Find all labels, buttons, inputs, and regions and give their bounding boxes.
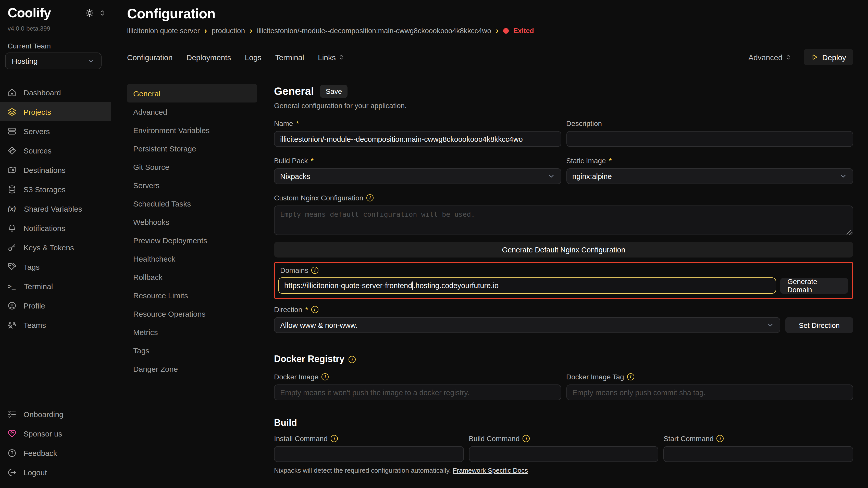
config-menu-git-source[interactable]: Git Source: [127, 158, 257, 176]
database-icon: [8, 185, 16, 194]
advanced-toggle[interactable]: Advanced: [748, 53, 792, 61]
config-menu-persistent-storage[interactable]: Persistent Storage: [127, 139, 257, 158]
custom-nginx-label: Custom Nginx Configurationi: [274, 194, 853, 202]
key-icon: [8, 243, 16, 252]
breadcrumb: illicitonion quote server › production ›…: [127, 27, 853, 35]
tab-links[interactable]: Links: [318, 53, 344, 61]
chevron-right-icon: ›: [205, 27, 207, 35]
tab-logs[interactable]: Logs: [245, 53, 261, 61]
sidebar-item-onboarding[interactable]: Onboarding: [0, 404, 111, 424]
info-icon: i: [366, 194, 374, 201]
sidebar-item-teams[interactable]: Teams: [0, 315, 111, 334]
config-menu-general[interactable]: General: [127, 84, 257, 102]
chevron-down-icon: [547, 172, 555, 180]
domains-highlight-box: Domainsi https://illicitonion-quote-serv…: [274, 262, 853, 299]
config-menu-metrics[interactable]: Metrics: [127, 323, 257, 341]
config-menu-resource-operations[interactable]: Resource Operations: [127, 304, 257, 323]
text-caret: [412, 281, 413, 290]
generate-domain-button[interactable]: Generate Domain: [780, 278, 848, 293]
sidebar-item-servers[interactable]: Servers: [0, 121, 111, 141]
config-menu-advanced[interactable]: Advanced: [127, 102, 257, 121]
build-command-input[interactable]: [469, 446, 658, 462]
custom-nginx-textarea[interactable]: [274, 205, 853, 235]
help-circle-icon: [8, 449, 16, 457]
sidebar-item-terminal[interactable]: >_ Terminal: [0, 276, 111, 296]
name-input[interactable]: [274, 131, 561, 147]
docker-image-tag-input[interactable]: [566, 385, 853, 400]
sidebar-item-sources[interactable]: Sources: [0, 141, 111, 160]
sidebar-item-shared-variables[interactable]: (x) Shared Variables: [0, 199, 111, 218]
breadcrumb-environment[interactable]: production: [212, 27, 245, 35]
domains-label: Domainsi: [280, 266, 848, 274]
save-button[interactable]: Save: [320, 85, 347, 98]
tab-configuration[interactable]: Configuration: [127, 53, 173, 61]
docker-image-input[interactable]: [274, 385, 561, 400]
info-icon: i: [717, 435, 724, 442]
tags-icon: [8, 262, 16, 271]
docker-image-tag-label: Docker Image Tagi: [566, 373, 853, 381]
static-image-label: Static Image*: [566, 157, 853, 165]
sidebar-item-logout[interactable]: Logout: [0, 462, 111, 482]
home-icon: [8, 88, 16, 97]
info-icon: i: [312, 267, 319, 274]
theme-select-chevrons-icon[interactable]: [99, 10, 105, 16]
config-menu: General Advanced Environment Variables P…: [127, 84, 257, 488]
info-icon: i: [627, 373, 634, 381]
description-label: Description: [566, 119, 853, 128]
nixpacks-helper-text: Nixpacks will detect the required config…: [274, 466, 853, 474]
section-heading-docker-registry: Docker Registryi: [274, 354, 853, 365]
domains-input[interactable]: https://illicitonion-quote-server-fronte…: [278, 278, 776, 294]
config-menu-danger-zone[interactable]: Danger Zone: [127, 359, 257, 378]
config-menu-rollback[interactable]: Rollback: [127, 268, 257, 286]
chevron-right-icon: ›: [250, 27, 252, 35]
breadcrumb-project[interactable]: illicitonion quote server: [127, 27, 200, 35]
sidebar-item-dashboard[interactable]: Dashboard: [0, 83, 111, 102]
config-menu-tags[interactable]: Tags: [127, 341, 257, 359]
build-pack-select[interactable]: Nixpacks: [274, 168, 561, 184]
app-version: v4.0.0-beta.399: [8, 25, 50, 32]
static-image-select[interactable]: nginx:alpine: [566, 168, 853, 184]
direction-label: Direction*i: [274, 305, 853, 314]
git-branch-icon: [8, 146, 16, 155]
generate-nginx-config-button[interactable]: Generate Default Nginx Configuration: [274, 242, 853, 258]
theme-toggle-sun-icon[interactable]: [85, 9, 94, 17]
terminal-icon: >_: [8, 282, 17, 290]
sidebar-item-s3-storages[interactable]: S3 Storages: [0, 180, 111, 199]
sidebar-item-projects[interactable]: Projects: [0, 102, 111, 121]
current-team-label: Current Team: [8, 42, 51, 50]
config-menu-preview-deployments[interactable]: Preview Deployments: [127, 231, 257, 249]
sidebar-item-feedback[interactable]: Feedback: [0, 443, 111, 462]
sidebar-item-tags[interactable]: Tags: [0, 257, 111, 276]
tab-terminal[interactable]: Terminal: [275, 53, 304, 61]
config-menu-healthcheck[interactable]: Healthcheck: [127, 249, 257, 268]
description-input[interactable]: [566, 131, 853, 147]
start-command-input[interactable]: [663, 446, 853, 462]
sidebar-item-sponsor-us[interactable]: Sponsor us: [0, 424, 111, 443]
config-menu-webhooks[interactable]: Webhooks: [127, 213, 257, 231]
name-label: Name*: [274, 119, 561, 128]
bell-icon: [8, 224, 16, 232]
sidebar-nav: Dashboard Projects Servers Sources Desti…: [0, 83, 111, 334]
direction-select[interactable]: Allow www & non-www.: [274, 317, 780, 333]
config-menu-resource-limits[interactable]: Resource Limits: [127, 286, 257, 304]
deploy-button[interactable]: Deploy: [804, 49, 853, 65]
sidebar-item-destinations[interactable]: Destinations: [0, 160, 111, 180]
install-command-input[interactable]: [274, 446, 464, 462]
sidebar-item-keys-tokens[interactable]: Keys & Tokens: [0, 238, 111, 257]
info-icon: i: [321, 373, 329, 381]
team-select[interactable]: Hosting: [5, 53, 101, 69]
install-command-label: Install Commandi: [274, 434, 464, 443]
config-menu-environment-variables[interactable]: Environment Variables: [127, 121, 257, 139]
framework-docs-link[interactable]: Framework Specific Docs: [453, 466, 528, 474]
users-icon: [8, 321, 16, 329]
chevron-down-icon: [839, 172, 847, 180]
config-menu-servers[interactable]: Servers: [127, 176, 257, 194]
breadcrumb-application[interactable]: illicitestonion/-module--decomposition:m…: [257, 27, 491, 35]
sidebar-item-profile[interactable]: Profile: [0, 296, 111, 315]
set-direction-button[interactable]: Set Direction: [785, 317, 853, 333]
chevrons-up-down-icon: [785, 54, 792, 60]
sidebar-item-notifications[interactable]: Notifications: [0, 218, 111, 238]
config-menu-scheduled-tasks[interactable]: Scheduled Tasks: [127, 194, 257, 213]
tab-deployments[interactable]: Deployments: [186, 53, 231, 61]
main-content: Configuration illicitonion quote server …: [111, 0, 868, 488]
